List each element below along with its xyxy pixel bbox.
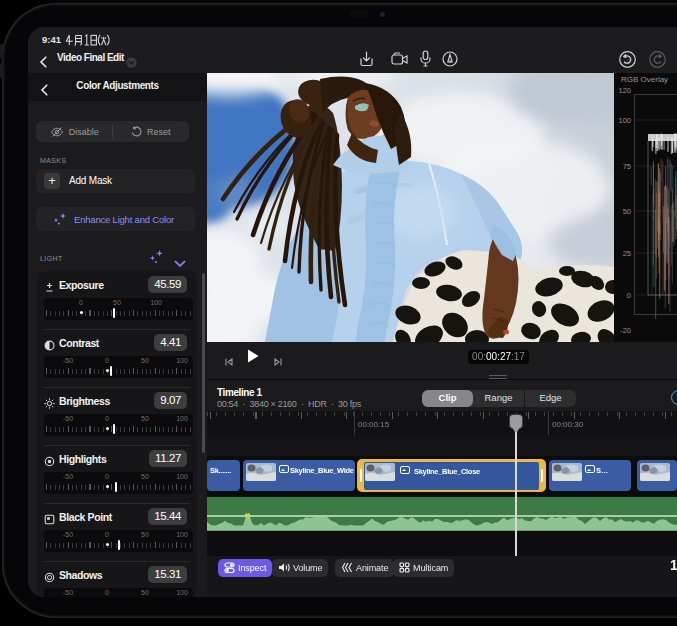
- svg-text:25: 25: [623, 249, 631, 258]
- svg-text:100: 100: [618, 116, 631, 125]
- svg-text:75: 75: [623, 162, 631, 171]
- svg-text:120: 120: [618, 86, 631, 95]
- svg-text:50: 50: [623, 207, 631, 216]
- svg-text:RGB Overlay: RGB Overlay: [621, 75, 668, 84]
- svg-text:-20: -20: [620, 326, 631, 335]
- svg-text:0: 0: [627, 291, 631, 300]
